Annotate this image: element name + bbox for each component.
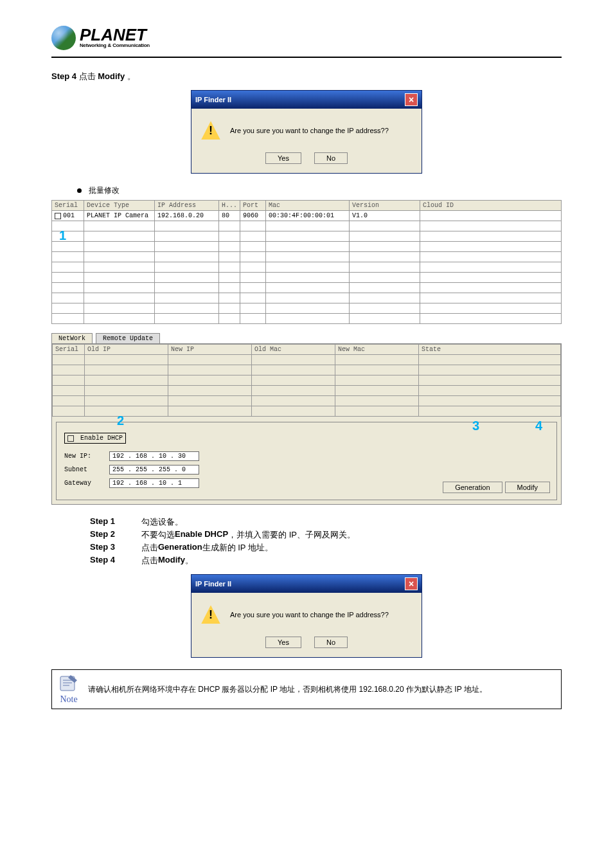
col-device-type[interactable]: Device Type bbox=[84, 201, 155, 211]
col-serial[interactable]: Serial bbox=[52, 201, 84, 211]
no-button[interactable]: No bbox=[314, 637, 348, 648]
steps-block: Step 1勾选设备。 Step 2不要勾选 Enable DHCP，并填入需要… bbox=[90, 516, 562, 566]
tab-row: NetWork Remote Update bbox=[51, 333, 562, 343]
gateway-label: Gateway bbox=[64, 480, 103, 487]
enable-dhcp-checkbox[interactable] bbox=[67, 435, 74, 442]
col-ip[interactable]: IP Address bbox=[155, 201, 219, 211]
no-button[interactable]: No bbox=[314, 152, 348, 164]
yes-button[interactable]: Yes bbox=[265, 152, 301, 164]
note-icon bbox=[58, 674, 80, 693]
logo-brand: PLANET bbox=[80, 28, 150, 42]
dialog-titlebar: IP Finder II × bbox=[191, 91, 422, 109]
tab-remote-update[interactable]: Remote Update bbox=[96, 333, 160, 343]
bullet-icon bbox=[77, 188, 82, 193]
subnet-input[interactable]: 255 . 255 . 255 . 0 bbox=[109, 465, 199, 475]
dialog-message: Are you sure you want to change the IP a… bbox=[230, 611, 389, 619]
logo: PLANET Networking & Communication bbox=[51, 26, 562, 50]
new-ip-label: New IP: bbox=[64, 453, 103, 460]
step4-pre-label: Step 4 点击 Modify 。 bbox=[51, 71, 562, 82]
col-mac[interactable]: Mac bbox=[266, 201, 350, 211]
dialog-title: IP Finder II bbox=[195, 580, 231, 588]
callout-2: 2 bbox=[117, 413, 124, 428]
modify-button[interactable]: Modify bbox=[505, 482, 550, 493]
subnet-label: Subnet bbox=[64, 466, 103, 473]
row-checkbox[interactable] bbox=[55, 213, 61, 219]
close-icon[interactable]: × bbox=[405, 577, 418, 590]
tab-network[interactable]: NetWork bbox=[51, 333, 93, 343]
warning-icon: ! bbox=[200, 604, 221, 625]
dialog-message: Are you sure you want to change the IP a… bbox=[230, 127, 389, 134]
note-text: 请确认相机所在网络环境中存在 DHCP 服务器以分配 IP 地址，否则相机将使用… bbox=[88, 684, 487, 695]
dialog-title: IP Finder II bbox=[195, 96, 231, 104]
close-icon[interactable]: × bbox=[405, 93, 418, 106]
change-table: Serial Old IP New IP Old Mac New Mac Sta… bbox=[52, 344, 561, 417]
header-rule bbox=[51, 57, 562, 58]
enable-dhcp-label: Enable DHCP bbox=[80, 435, 123, 442]
device-table: Serial Device Type IP Address H... Port … bbox=[51, 200, 562, 324]
warning-icon: ! bbox=[200, 120, 221, 141]
logo-mark bbox=[51, 26, 76, 50]
callout-3: 3 bbox=[472, 419, 479, 433]
col-version[interactable]: Version bbox=[350, 201, 420, 211]
col-port[interactable]: Port bbox=[240, 201, 266, 211]
logo-tagline: Networking & Communication bbox=[80, 42, 150, 48]
table-row: 001 PLANET IP Camera 192.168.0.20 80 906… bbox=[52, 211, 562, 221]
callout-1: 1 bbox=[59, 228, 66, 243]
callout-4: 4 bbox=[535, 419, 542, 433]
col-h[interactable]: H... bbox=[219, 201, 240, 211]
col-cloud[interactable]: Cloud ID bbox=[420, 201, 562, 211]
yes-button[interactable]: Yes bbox=[265, 637, 301, 648]
note-box: Note 请确认相机所在网络环境中存在 DHCP 服务器以分配 IP 地址，否则… bbox=[51, 669, 562, 709]
generation-button[interactable]: Generation bbox=[443, 482, 502, 493]
confirm-dialog-1: IP Finder II × ! Are you sure you want t… bbox=[191, 90, 422, 174]
device-table-wrap: Serial Device Type IP Address H... Port … bbox=[51, 200, 562, 324]
confirm-dialog-2: IP Finder II × ! Are you sure you want t… bbox=[191, 574, 422, 658]
gateway-input[interactable]: 192 . 168 . 10 . 1 bbox=[109, 478, 199, 488]
tab-panel: Serial Old IP New IP Old Mac New Mac Sta… bbox=[51, 343, 562, 505]
settings-box: 2 3 4 Enable DHCP New IP: 192 . 168 . 10… bbox=[56, 422, 557, 500]
new-ip-input[interactable]: 192 . 168 . 10 . 30 bbox=[109, 451, 199, 461]
dialog-titlebar: IP Finder II × bbox=[191, 575, 422, 593]
bullet-line: 批量修改 bbox=[77, 185, 562, 196]
note-label: Note bbox=[60, 694, 77, 705]
